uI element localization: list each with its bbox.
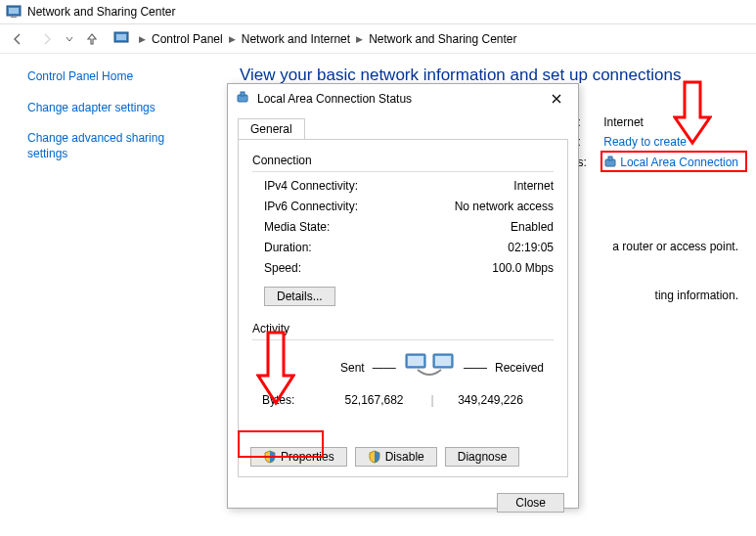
- svg-rect-8: [241, 92, 245, 96]
- back-button[interactable]: [6, 27, 29, 51]
- sidebar-item-advanced-sharing[interactable]: Change advanced sharing settings: [27, 131, 200, 161]
- history-dropdown[interactable]: [65, 27, 74, 51]
- dialog-titlebar: Local Area Connection Status: [228, 84, 578, 113]
- activity-group-label: Activity: [252, 322, 554, 335]
- nav-toolbar: ▶ Control Panel ▶ Network and Internet ▶…: [0, 24, 756, 54]
- ipv6-label: IPv6 Connectivity:: [264, 197, 358, 217]
- close-icon[interactable]: [543, 87, 570, 111]
- sent-label: Sent: [340, 361, 365, 375]
- crumb-control-panel[interactable]: Control Panel: [152, 32, 223, 46]
- callout-arrow-icon: [256, 331, 295, 407]
- crumb-network-internet[interactable]: Network and Internet: [242, 32, 350, 46]
- connection-group: Connection IPv4 Connectivity:Internet IP…: [250, 150, 556, 314]
- svg-rect-4: [116, 34, 126, 40]
- ipv6-value: No network access: [455, 197, 554, 217]
- callout-box: [238, 430, 324, 458]
- chevron-right-icon[interactable]: ▶: [133, 34, 152, 44]
- svg-rect-1: [9, 8, 19, 14]
- crumb-network-sharing[interactable]: Network and Sharing Center: [369, 32, 516, 46]
- speed-value: 100.0 Mbps: [492, 258, 554, 279]
- svg-rect-12: [435, 356, 451, 366]
- network-computers-icon: [404, 348, 456, 387]
- network-center-icon: [6, 4, 22, 20]
- svg-rect-2: [11, 17, 17, 18]
- duration-value: 02:19:05: [508, 238, 554, 258]
- network-center-icon: [113, 30, 131, 48]
- ipv4-value: Internet: [513, 176, 554, 197]
- dialog-tabs: General: [228, 113, 578, 139]
- forward-button[interactable]: [35, 27, 59, 51]
- chevron-right-icon[interactable]: ▶: [223, 34, 242, 44]
- close-button[interactable]: Close: [497, 493, 564, 513]
- svg-rect-10: [408, 356, 423, 366]
- sidebar-item-home[interactable]: Control Panel Home: [27, 69, 200, 85]
- duration-label: Duration:: [264, 238, 312, 258]
- callout-box: [600, 151, 747, 172]
- access-type-value: Internet: [603, 112, 644, 132]
- diagnose-button[interactable]: Diagnose: [445, 447, 520, 467]
- dialog-title: Local Area Connection Status: [257, 92, 543, 106]
- tab-general[interactable]: General: [238, 118, 305, 140]
- sidebar-item-adapter-settings[interactable]: Change adapter settings: [27, 101, 200, 116]
- ipv4-label: IPv4 Connectivity:: [264, 176, 358, 197]
- up-button[interactable]: [80, 27, 104, 51]
- chevron-right-icon[interactable]: ▶: [350, 34, 369, 44]
- ethernet-icon: [236, 91, 251, 107]
- speed-label: Speed:: [264, 258, 301, 279]
- received-bytes: 349,249,226: [437, 393, 544, 407]
- callout-arrow-icon: [673, 80, 712, 147]
- media-state-value: Enabled: [511, 217, 554, 238]
- window-title: Network and Sharing Center: [27, 5, 175, 19]
- activity-group: Activity Sent —— —— Received: [250, 318, 556, 415]
- sent-bytes: 52,167,682: [321, 393, 427, 407]
- sidebar: Control Panel Home Change adapter settin…: [0, 54, 210, 536]
- window-titlebar: Network and Sharing Center: [0, 0, 756, 24]
- media-state-label: Media State:: [264, 217, 330, 238]
- page-title: View your basic network information and …: [240, 66, 738, 85]
- text-snippet-2: ting information.: [655, 289, 738, 302]
- shield-icon: [368, 450, 381, 464]
- breadcrumb[interactable]: ▶ Control Panel ▶ Network and Internet ▶…: [111, 27, 519, 51]
- disable-button-label: Disable: [385, 450, 424, 464]
- connection-group-label: Connection: [252, 154, 554, 167]
- details-button[interactable]: Details...: [264, 287, 335, 306]
- disable-button[interactable]: Disable: [355, 447, 437, 467]
- text-snippet: a router or access point.: [612, 240, 738, 253]
- received-label: Received: [495, 361, 544, 375]
